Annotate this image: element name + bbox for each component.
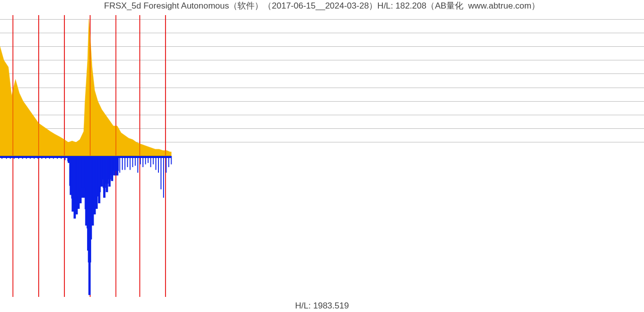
chart-container: FRSX_5d Foresight Autonomous（软件）（2017-06… bbox=[0, 0, 644, 312]
svg-rect-135 bbox=[0, 156, 171, 158]
chart-plot-area bbox=[0, 15, 644, 298]
chart-subtitle: H/L: 1983.519 bbox=[0, 300, 644, 312]
chart-svg bbox=[0, 15, 644, 298]
chart-title: FRSX_5d Foresight Autonomous（软件）（2017-06… bbox=[0, 0, 644, 12]
